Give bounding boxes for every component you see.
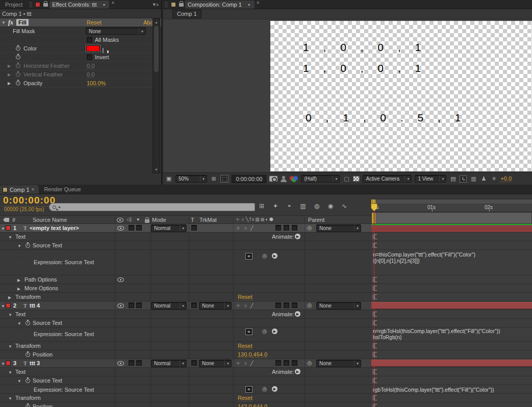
blend-mode-dropdown[interactable]: Normal▼ [151, 360, 187, 367]
row-track[interactable]: n=rgbToHsl(thisComp.layer("ttt").effect(… [371, 327, 532, 342]
video-eye-icon[interactable] [117, 303, 124, 308]
row-track[interactable]: n=thisComp.layer("ttt").effect("Fill")("… [371, 250, 532, 275]
column-mode[interactable]: Mode [152, 217, 166, 223]
effect-controls-scrollbar[interactable]: ▲ ▼ [153, 18, 160, 173]
stopwatch-icon[interactable] [26, 352, 30, 357]
switch-cell[interactable] [191, 360, 197, 366]
switch-cell[interactable] [136, 302, 142, 308]
row-track[interactable] [371, 376, 532, 385]
animate-play-icon[interactable]: ▶ [295, 311, 300, 317]
expression-pickwhip-icon[interactable]: ◎ [262, 253, 267, 259]
exposure-value[interactable]: +0.0 [500, 175, 512, 182]
expression-enable-button[interactable]: = [245, 328, 252, 335]
quality-switch-icon[interactable]: ╱ [250, 303, 253, 308]
view-dropdown[interactable]: Active Camera▼ [363, 175, 412, 183]
twirl-down-icon[interactable]: ▼ [17, 379, 21, 384]
twirl-down-icon[interactable]: ▼ [17, 321, 21, 326]
layer-color-chip[interactable] [6, 361, 11, 366]
tab-comp-1[interactable]: Comp 1 × [0, 185, 39, 194]
motion-blur-icon[interactable]: ◍ [313, 202, 320, 210]
parent-pickwhip-icon[interactable]: ◎ [307, 225, 312, 231]
layer-color-chip[interactable] [6, 303, 11, 308]
magnification-dropdown[interactable]: 50%▼ [175, 175, 207, 183]
composition-viewer[interactable]: 1 , 0 , 0 , 1 1 , 0 , 0 , 1 0 , 1 , 0 . … [270, 21, 532, 171]
parent-pickwhip-icon[interactable]: ◎ [307, 360, 312, 366]
property-value[interactable]: 130.0,454.0 [238, 351, 267, 358]
stopwatch-icon[interactable] [16, 81, 20, 86]
stopwatch-icon[interactable] [16, 55, 20, 60]
switch-cell[interactable] [292, 225, 297, 231]
switch-cell[interactable] [129, 302, 134, 308]
opacity-value[interactable]: 100.0% [87, 80, 106, 87]
search-dropdown-icon[interactable]: ▼ [58, 206, 61, 209]
switch-cell[interactable] [191, 225, 197, 231]
twirl-right-icon[interactable]: ▶ [8, 295, 11, 300]
switch-cell[interactable] [284, 360, 289, 366]
column-trkmat[interactable]: TrkMat [199, 217, 217, 223]
expression-pickwhip-icon[interactable]: ◎ [262, 386, 267, 392]
all-masks-checkbox[interactable] [87, 37, 92, 43]
switch-cell[interactable] [136, 225, 142, 231]
switch-cell[interactable] [275, 302, 281, 308]
tab-project[interactable]: Project [0, 0, 28, 9]
brainstorm-icon[interactable]: ◉ [327, 202, 334, 210]
lock-icon[interactable] [179, 3, 184, 7]
row-track[interactable] [371, 275, 532, 284]
switch-cell[interactable] [275, 360, 281, 366]
video-eye-icon[interactable] [117, 361, 124, 366]
tab-close-icon[interactable]: × [30, 187, 37, 192]
invert-checkbox[interactable] [87, 55, 92, 60]
stopwatch-icon[interactable] [16, 64, 20, 68]
frame-blending-icon[interactable]: ▥ [299, 202, 307, 210]
row-track[interactable]: rgbToHsl(thisComp.layer("ttt").effect("F… [371, 385, 532, 394]
tab-close-icon[interactable]: × [109, 0, 116, 9]
dropdown-arrow-icon[interactable]: ▼ [180, 360, 186, 367]
tab-effect-controls[interactable]: Effect Controls: ttt ▼ [49, 1, 109, 9]
panel-menu-icon[interactable]: ▼≡ [152, 2, 158, 7]
stopwatch-icon[interactable] [26, 243, 30, 248]
switch-cell[interactable] [191, 302, 197, 308]
twirl-right-icon[interactable]: ▶ [17, 287, 20, 291]
parent-dropdown[interactable]: None▼ [316, 224, 361, 232]
twirl-down-icon[interactable]: ▼ [1, 226, 5, 231]
layer-name[interactable]: <empty text layer> [30, 225, 79, 231]
safe-zones-icon[interactable]: ⊞ [210, 175, 217, 182]
view-layout-icon[interactable]: ▣ [165, 175, 172, 182]
flowchart-icon[interactable]: ♟ [480, 175, 487, 182]
show-snapshot-icon[interactable] [281, 176, 287, 182]
expression-text[interactable]: rgbToHsl(thisComp.layer("ttt").effect("F… [373, 387, 494, 393]
timeline-timecode[interactable]: 0:00:00:00 [3, 195, 56, 207]
transparency-grid-icon[interactable] [353, 176, 360, 182]
comp-mini-flowchart-icon[interactable]: ⊞ [258, 202, 265, 210]
row-track[interactable] [371, 293, 532, 301]
tab-close-icon[interactable]: × [255, 0, 262, 9]
column-source-name[interactable]: Source Name [33, 217, 67, 223]
dropdown-arrow-icon[interactable]: ▼ [354, 225, 361, 232]
animate-play-icon[interactable]: ▶ [295, 234, 300, 239]
timeline-navigator[interactable] [371, 199, 532, 204]
column-parent[interactable]: Parent [308, 217, 324, 223]
video-eye-icon[interactable] [117, 226, 124, 231]
expression-text[interactable]: n=rgbToHsl(thisComp.layer("ttt").effect(… [373, 328, 500, 334]
row-track[interactable] [371, 319, 532, 327]
row-track[interactable] [371, 394, 532, 402]
row-track[interactable] [371, 359, 532, 368]
effects-switch-icon[interactable]: ☼ [243, 303, 247, 308]
row-track[interactable] [371, 224, 532, 233]
switch-cell[interactable] [284, 302, 289, 308]
target-region-icon[interactable]: ▢ [343, 175, 350, 182]
expression-text[interactable]: n=thisComp.layer("ttt").effect("Fill")("… [373, 251, 475, 258]
column-number[interactable]: # [12, 217, 15, 223]
scroll-down-icon[interactable]: ▼ [153, 168, 160, 171]
horizontal-feather-value[interactable]: 0.0 [87, 63, 94, 69]
effect-reset-link[interactable]: Reset [87, 19, 102, 26]
reset-link[interactable]: Reset [238, 294, 252, 300]
twirl-down-icon[interactable]: ▼ [1, 304, 5, 309]
shy-switch-icon[interactable]: ⊹ [236, 225, 240, 231]
dropdown-arrow-icon[interactable]: ▼ [224, 360, 231, 367]
region-of-interest-icon[interactable]: ⬚ [220, 175, 229, 183]
quality-switch-icon[interactable]: ╱ [250, 225, 253, 231]
stopwatch-icon[interactable] [26, 321, 30, 325]
row-track[interactable] [371, 301, 532, 310]
effect-name[interactable]: Fill [16, 19, 29, 26]
